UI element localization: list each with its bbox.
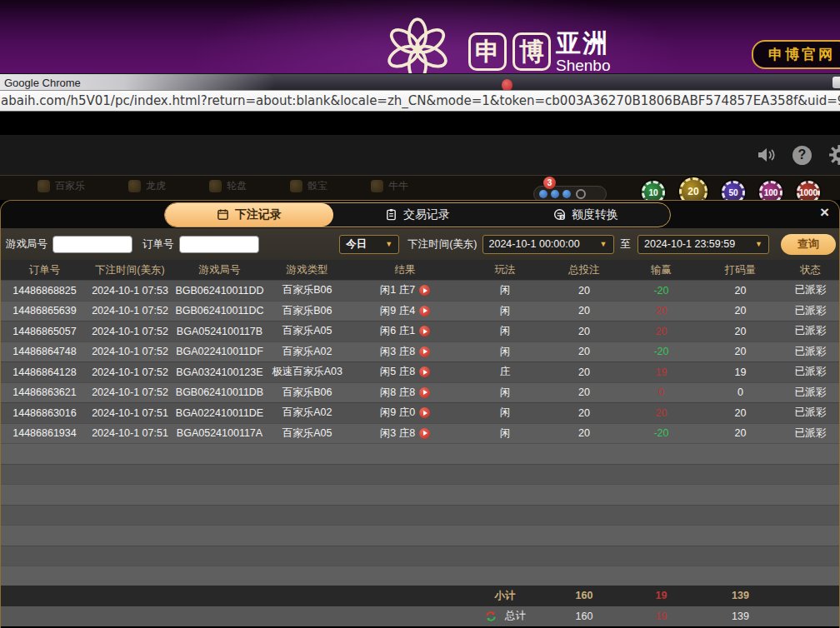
replay-play-icon[interactable]	[419, 428, 430, 439]
cell-bet: 20	[547, 285, 622, 297]
notification-badge: 3	[543, 177, 556, 189]
game-nav-label: 骰宝	[308, 179, 328, 193]
table-row[interactable]: 144868641282024-10-1 07:52BGA0324100123E…	[1, 361, 839, 382]
refresh-swap-icon[interactable]	[484, 610, 498, 623]
logo-region-text: 亚洲	[556, 31, 611, 56]
settings-gear-icon[interactable]	[828, 144, 840, 166]
cell-order_id: 14486865639	[1, 305, 88, 316]
replay-play-icon[interactable]	[419, 387, 430, 398]
replay-play-icon[interactable]	[419, 407, 430, 418]
address-bar[interactable]: abaih.com/h5V01/pc/index.html?return=abo…	[0, 90, 840, 112]
cell-order_id: 14486868825	[1, 285, 88, 297]
tab-credit-transfer[interactable]: 0 额度转换	[502, 203, 670, 227]
bet-chip-100[interactable]: 100	[759, 181, 782, 200]
brand-banner: 申 博 亚洲 Shenbo 申博官网	[0, 0, 840, 73]
game-icon	[371, 180, 383, 192]
end-time-select[interactable]: 2024-10-1 23:59:59 ▼	[638, 235, 769, 254]
round-number-input[interactable]	[52, 236, 132, 253]
header-icon-group: ?	[756, 135, 840, 175]
lotus-flower-icon	[379, 10, 456, 73]
result-text: 闲6 庄1	[380, 324, 415, 338]
table-row[interactable]: 144868647482024-10-1 07:52BGA022410011DF…	[1, 341, 839, 362]
header-cell: 玩法	[463, 263, 547, 277]
official-site-button[interactable]: 申博官网	[752, 40, 840, 69]
bet-chip-10[interactable]: 10	[642, 181, 665, 200]
table-row[interactable]: 144868636212024-10-1 07:52BGB062410011DB…	[1, 382, 839, 403]
bet-chip-20[interactable]: 20	[679, 177, 708, 200]
table-row[interactable]: 144868619342024-10-1 07:51BGA0524100117A…	[1, 423, 839, 444]
cell-turnover: 20	[701, 305, 780, 316]
cell-bet: 20	[547, 427, 622, 439]
titlebar-highlight: Google Chrome	[0, 74, 275, 90]
game-nav-item[interactable]: 百家乐	[38, 179, 85, 193]
order-number-input[interactable]	[179, 236, 259, 253]
replay-play-icon[interactable]	[419, 346, 430, 357]
close-icon[interactable]: ×	[820, 204, 829, 220]
cell-result: 闲8 庄8	[347, 386, 463, 400]
empty-row	[1, 443, 839, 464]
start-time-select[interactable]: 2024-10-1 00:00:00 ▼	[482, 235, 614, 254]
replay-play-icon[interactable]	[419, 326, 430, 336]
cell-game: 百家乐B06	[268, 304, 347, 318]
subtotal-bet: 160	[547, 590, 622, 601]
bet-chip-1000[interactable]: 1000	[797, 181, 820, 200]
cell-game: 百家乐A02	[268, 345, 347, 359]
replay-play-icon[interactable]	[419, 306, 430, 316]
cell-turnover: 20	[701, 407, 780, 419]
header-cell: 总投注	[547, 263, 622, 277]
game-nav-item[interactable]: 骰宝	[290, 179, 328, 193]
cell-status: 已派彩	[780, 386, 839, 400]
game-nav-item[interactable]: 轮盘	[209, 179, 247, 193]
date-range-select[interactable]: 今日 ▼	[339, 235, 399, 254]
titlebar-button-sliver[interactable]	[832, 77, 840, 88]
table-row[interactable]: 144868656392024-10-1 07:52BGB062410011DC…	[1, 301, 839, 321]
total-label: 总计	[505, 609, 526, 623]
table-row[interactable]: 144868650572024-10-1 07:52BGA0524100117B…	[1, 321, 839, 341]
header-cell: 打码量	[701, 263, 780, 277]
cell-round: BGA022410011DF	[172, 346, 268, 357]
cell-bet: 20	[547, 305, 622, 316]
game-nav-item[interactable]: 牛牛	[371, 179, 408, 193]
cell-win: 0	[622, 386, 701, 398]
cell-bet: 20	[547, 326, 622, 337]
table-row[interactable]: 144868688252024-10-1 07:53BGB062410011DD…	[1, 280, 839, 301]
help-icon[interactable]: ?	[792, 146, 812, 165]
chip-tray[interactable]	[533, 186, 607, 200]
replay-play-icon[interactable]	[419, 366, 430, 377]
cell-status: 已派彩	[780, 283, 839, 297]
cell-round: BGB062410011DB	[172, 386, 268, 398]
header-cell: 状态	[780, 263, 840, 277]
cell-bet: 20	[547, 346, 622, 357]
replay-play-icon[interactable]	[419, 285, 430, 296]
filter-bar: 游戏局号 订单号 今日 ▼ 下注时间(美东) 2024-10-1 00:00:0…	[1, 228, 839, 260]
cell-round: BGB062410011DD	[172, 285, 268, 297]
start-time-value: 2024-10-1 00:00:00	[489, 238, 580, 250]
total-turnover: 139	[701, 611, 780, 622]
cell-time: 2024-10-1 07:53	[88, 285, 172, 297]
cell-turnover: 0	[701, 386, 780, 398]
play-triangle	[423, 411, 428, 416]
result-text: 闲9 庄4	[380, 304, 415, 318]
empty-row	[1, 464, 839, 485]
chevron-down-icon: ▼	[385, 240, 392, 248]
play-triangle	[423, 329, 428, 334]
table-row[interactable]: 144868630162024-10-1 07:51BGA022410011DE…	[1, 402, 839, 423]
header-cell: 下注时间(美东)	[88, 263, 172, 277]
search-button[interactable]: 查询	[781, 234, 836, 255]
cell-result: 闲3 庄8	[347, 345, 463, 359]
end-time-value: 2024-10-1 23:59:59	[644, 238, 735, 250]
cell-turnover: 20	[701, 285, 780, 297]
result-text: 闲5 庄8	[380, 365, 415, 379]
tab-transaction-records[interactable]: 交易记录	[333, 203, 502, 227]
cell-play: 闲	[463, 386, 547, 400]
cell-order_id: 14486861934	[1, 427, 88, 439]
sound-icon[interactable]	[756, 145, 776, 165]
magnifier-icon[interactable]	[576, 189, 586, 199]
tab-bet-records[interactable]: 下注记录	[165, 203, 333, 227]
bet-chip-50[interactable]: 50	[722, 181, 745, 200]
cell-win: 20	[622, 326, 701, 337]
game-nav-label: 轮盘	[227, 179, 247, 193]
game-nav-item[interactable]: 龙虎	[128, 179, 166, 193]
play-triangle	[423, 349, 428, 354]
cell-result: 闲1 庄7	[347, 283, 463, 297]
